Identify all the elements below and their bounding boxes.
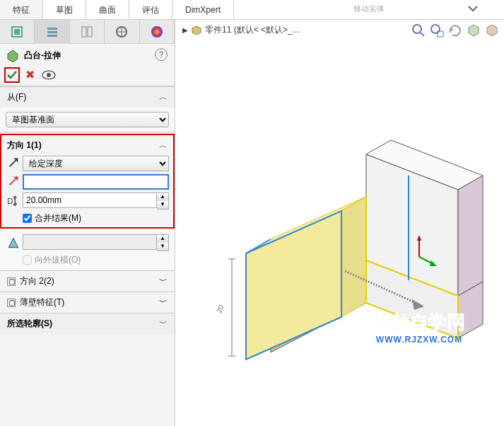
- section-thin-label: 薄壁特征(T): [20, 297, 64, 309]
- display-style-icon[interactable]: [484, 23, 500, 38]
- svg-rect-4: [47, 35, 57, 37]
- pm-tab-feature-tree[interactable]: [0, 20, 35, 44]
- section-dir2-label: 方向 2(2): [20, 275, 54, 287]
- chevron-down-icon: ﹀: [159, 275, 168, 287]
- svg-rect-2: [47, 28, 57, 30]
- ribbon-tab-feature[interactable]: 特征: [0, 0, 43, 19]
- svg-point-16: [431, 25, 440, 33]
- direction-selection-input[interactable]: [23, 174, 169, 190]
- ribbon-tab-bar: 特征 草图 曲面 评估 DimXpert 移动实体: [0, 0, 504, 20]
- feature-tree-flyout[interactable]: ▶ 零件11 (默认< <默认>_...: [182, 24, 300, 36]
- chevron-down-icon: ﹀: [159, 297, 168, 309]
- expand-icon: ▢: [7, 299, 16, 307]
- zoom-area-icon[interactable]: [429, 23, 445, 38]
- merge-label: 合并结果(M): [35, 212, 81, 224]
- feature-title-row: 凸台-拉伸 ?: [0, 44, 175, 67]
- graphics-viewport[interactable]: ▶ 零件11 (默认< <默认>_...: [175, 20, 504, 426]
- zoom-fit-icon[interactable]: [411, 23, 426, 38]
- from-dropdown[interactable]: 草图基准面: [6, 112, 169, 127]
- section-direction1: 方向 1(1) ︿ 给定深度: [0, 132, 175, 270]
- pm-tab-dim[interactable]: [105, 20, 139, 44]
- expand-arrow-icon[interactable]: ▶: [182, 26, 188, 34]
- ok-button[interactable]: [6, 69, 18, 81]
- depth-spin-up[interactable]: ▲: [157, 193, 168, 201]
- depth-spin-down[interactable]: ▼: [157, 201, 168, 209]
- svg-marker-27: [341, 197, 366, 317]
- help-button[interactable]: ?: [155, 48, 168, 61]
- section-from: 从(F) ︿ 草图基准面: [0, 86, 175, 132]
- rotate-view-icon[interactable]: [447, 23, 463, 38]
- draft-angle-input[interactable]: [23, 234, 157, 250]
- svg-point-12: [47, 73, 51, 77]
- separator-icon: [484, 1, 498, 16]
- ribbon-tab-evaluate[interactable]: 评估: [129, 0, 172, 19]
- chevron-down-icon: ﹀: [159, 318, 168, 330]
- confirm-row: ✖: [0, 67, 175, 86]
- section-from-header[interactable]: 从(F) ︿: [0, 87, 175, 108]
- draft-spin-down[interactable]: ▼: [157, 243, 168, 251]
- direction-arrow-icon: [6, 174, 21, 190]
- ribbon-right-controls: [466, 1, 498, 16]
- watermark: 软件自学网 WWW.RJZXW.COM: [373, 310, 465, 345]
- svg-text:D1: D1: [7, 197, 17, 205]
- dropdown-icon[interactable]: [466, 1, 480, 16]
- section-direction2[interactable]: ▢ 方向 2(2) ﹀: [0, 270, 175, 292]
- chevron-up-icon: ︿: [159, 91, 168, 103]
- draft-outward-label: 向外拔模(O): [35, 254, 81, 266]
- svg-rect-1: [14, 29, 20, 35]
- section-contours: 所选轮廓(S) ﹀: [0, 313, 175, 334]
- section-from-label: 从(F): [7, 91, 26, 103]
- ribbon-tab-sketch[interactable]: 草图: [43, 0, 86, 19]
- property-manager: 凸台-拉伸 ? ✖ 从(F) ︿ 草图基准面: [0, 20, 175, 426]
- section-contours-label: 所选轮廓(S): [7, 318, 52, 330]
- watermark-url: WWW.RJZXW.COM: [373, 335, 465, 345]
- merge-checkbox[interactable]: [23, 214, 32, 223]
- pm-tab-appearance[interactable]: [140, 20, 175, 44]
- merge-checkbox-row[interactable]: 合并结果(M): [23, 212, 169, 224]
- feature-title-text: 凸台-拉伸: [24, 50, 61, 62]
- section-view-icon[interactable]: [466, 23, 481, 38]
- view-tools: [411, 23, 500, 38]
- section-dir1-header[interactable]: 方向 1(1) ︿: [6, 138, 169, 153]
- ribbon-tab-surface[interactable]: 曲面: [86, 0, 129, 19]
- draft-spin-up[interactable]: ▲: [157, 235, 168, 243]
- svg-point-14: [413, 25, 421, 33]
- svg-point-10: [151, 26, 163, 38]
- draft-outward-checkbox: [23, 255, 32, 265]
- pm-tab-row: [0, 20, 175, 44]
- depth-icon: D1: [6, 193, 21, 209]
- ribbon-tab-dimxpert[interactable]: DimXpert: [172, 0, 234, 19]
- draft-outward-row[interactable]: 向外拔模(O): [23, 254, 169, 266]
- svg-text:20: 20: [215, 304, 225, 314]
- toolbar-hint: 移动实体: [234, 0, 504, 19]
- section-contours-header[interactable]: 所选轮廓(S) ﹀: [0, 313, 175, 334]
- reverse-direction-icon[interactable]: [6, 156, 21, 171]
- draft-icon[interactable]: [6, 235, 21, 251]
- pm-tab-config[interactable]: [70, 20, 105, 44]
- chevron-up-icon: ︿: [159, 139, 168, 151]
- svg-rect-5: [82, 27, 86, 37]
- svg-line-15: [421, 33, 424, 36]
- part-icon: [191, 25, 202, 36]
- svg-marker-19: [458, 175, 483, 296]
- depth-input[interactable]: [23, 192, 157, 208]
- extrude-icon: [6, 48, 20, 62]
- expand-icon: ▢: [7, 277, 16, 286]
- section-thin-feature[interactable]: ▢ 薄壁特征(T) ﹀: [0, 292, 175, 313]
- breadcrumb-text: 零件11 (默认< <默认>_...: [205, 24, 300, 36]
- svg-rect-3: [47, 31, 57, 33]
- svg-rect-6: [88, 27, 92, 37]
- cancel-button[interactable]: ✖: [25, 68, 35, 81]
- preview-button[interactable]: [42, 70, 56, 80]
- section-dir1-label: 方向 1(1): [7, 139, 42, 151]
- watermark-title: 软件自学网: [373, 310, 465, 335]
- pm-tab-property[interactable]: [35, 20, 69, 44]
- end-condition-dropdown[interactable]: 给定深度: [23, 156, 169, 171]
